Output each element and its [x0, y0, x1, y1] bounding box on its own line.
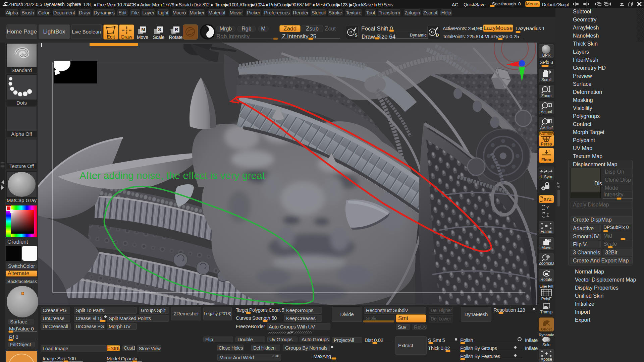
svg-text:R: R [175, 27, 178, 32]
svg-text:S: S [355, 33, 358, 38]
svg-text:D: D [436, 33, 439, 38]
svg-text:XYZ: XYZ [544, 197, 551, 202]
svg-text:Y: Y [546, 205, 549, 210]
svg-text:S: S [158, 27, 161, 32]
svg-text:After adding noise, the effect: After adding noise, the effect is very g… [79, 170, 265, 181]
svg-text:Z: Z [546, 213, 549, 218]
svg-text:1: 1 [549, 104, 550, 107]
svg-text:M: M [141, 27, 145, 32]
